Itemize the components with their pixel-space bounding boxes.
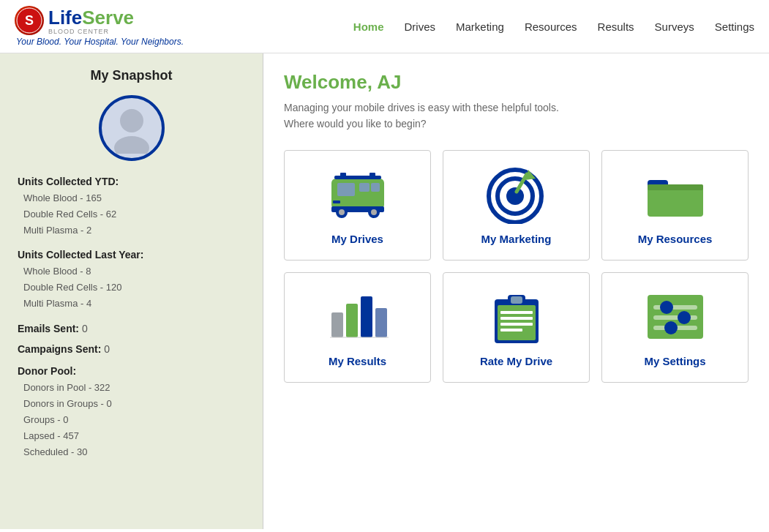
nav-drives[interactable]: Drives	[405, 20, 436, 33]
svg-rect-17	[333, 201, 340, 203]
donor-pool-in-pool: Donors in Pool - 322	[23, 380, 245, 396]
donor-pool-label: Donor Pool:	[18, 365, 245, 377]
svg-rect-25	[648, 184, 703, 190]
main-nav: Home Drives Marketing Resources Results …	[353, 20, 754, 33]
content-area: Welcome, AJ Managing your mobile drives …	[263, 53, 769, 529]
logo-blood-center: BLOOD CENTER	[48, 28, 134, 35]
avatar-container	[18, 95, 245, 161]
units-last-year-label: Units Collected Last Year:	[18, 249, 245, 261]
svg-rect-38	[500, 329, 522, 331]
emails-sent-label: Emails Sent:	[18, 323, 79, 334]
bar-chart-icon	[325, 288, 391, 346]
svg-rect-6	[337, 183, 355, 196]
units-ytd-whole-blood: Whole Blood - 165	[23, 190, 245, 206]
emails-sent-row: Emails Sent: 0	[18, 323, 245, 334]
svg-point-4	[114, 136, 149, 154]
svg-point-44	[678, 311, 691, 324]
svg-point-43	[660, 301, 673, 314]
donor-pool-groups: Groups - 0	[23, 412, 245, 428]
card-my-resources[interactable]: My Resources	[601, 150, 749, 261]
svg-point-20	[506, 187, 524, 205]
units-ytd-multi-plasma: Multi Plasma - 2	[23, 222, 245, 239]
card-my-settings-label: My Settings	[644, 355, 705, 367]
svg-rect-34	[511, 296, 522, 304]
card-my-marketing[interactable]: My Marketing	[443, 150, 590, 261]
avatar	[99, 95, 165, 161]
svg-rect-29	[375, 308, 387, 337]
card-rate-my-drive-label: Rate My Drive	[480, 355, 552, 367]
donor-pool-in-groups: Donors in Groups - 0	[23, 396, 245, 412]
card-my-results[interactable]: My Results	[284, 272, 431, 383]
svg-point-13	[371, 209, 377, 215]
nav-results[interactable]: Results	[598, 20, 634, 33]
nav-home[interactable]: Home	[353, 20, 384, 33]
campaigns-sent-row: Campaigns Sent: 0	[18, 343, 245, 355]
sliders-icon	[642, 288, 708, 346]
header: S LifeServe BLOOD CENTER Your Blood. You…	[0, 0, 769, 53]
main-layout: My Snapshot Units Collected YTD: Whole B…	[0, 53, 769, 529]
sidebar-title: My Snapshot	[18, 68, 245, 83]
svg-rect-26	[331, 312, 343, 337]
emails-sent-value: 0	[82, 323, 88, 334]
card-my-resources-label: My Resources	[638, 233, 713, 245]
card-my-settings[interactable]: My Settings	[601, 272, 749, 383]
donor-pool-lapsed: Lapsed - 457	[23, 428, 245, 444]
units-ytd-double-red: Double Red Cells - 62	[23, 206, 245, 222]
campaigns-sent-value: 0	[104, 343, 110, 355]
units-ly-multi-plasma: Multi Plasma - 4	[23, 296, 245, 312]
welcome-sub: Managing your mobile drives is easy with…	[284, 100, 749, 132]
svg-rect-28	[361, 296, 372, 337]
campaigns-sent-label: Campaigns Sent:	[18, 343, 101, 355]
logo-life: Life	[48, 7, 82, 29]
logo-serve: Serve	[82, 7, 134, 29]
target-icon	[484, 165, 549, 224]
card-rate-my-drive[interactable]: Rate My Drive	[443, 272, 590, 383]
logo-tagline: Your Blood. Your Hospital. Your Neighbor…	[16, 37, 184, 47]
nav-resources[interactable]: Resources	[525, 20, 577, 33]
svg-rect-7	[359, 183, 370, 192]
units-ytd-label: Units Collected YTD:	[18, 176, 245, 187]
svg-rect-35	[500, 311, 533, 314]
svg-rect-27	[346, 304, 358, 337]
card-my-results-label: My Results	[329, 355, 386, 367]
nav-surveys[interactable]: Surveys	[655, 20, 694, 33]
bus-icon	[325, 165, 391, 224]
logo-area: S LifeServe BLOOD CENTER Your Blood. You…	[15, 6, 184, 47]
svg-text:S: S	[25, 13, 34, 28]
sidebar: My Snapshot Units Collected YTD: Whole B…	[0, 53, 263, 529]
svg-rect-15	[340, 173, 346, 179]
nav-marketing[interactable]: Marketing	[456, 20, 504, 33]
card-my-marketing-label: My Marketing	[481, 233, 552, 245]
card-my-drives-label: My Drives	[331, 233, 383, 245]
welcome-title: Welcome, AJ	[284, 71, 749, 94]
svg-rect-37	[500, 323, 533, 326]
svg-rect-16	[370, 173, 375, 179]
units-ly-double-red: Double Red Cells - 120	[23, 280, 245, 296]
donor-pool-scheduled: Scheduled - 30	[23, 444, 245, 460]
svg-rect-36	[500, 317, 533, 320]
card-my-drives[interactable]: My Drives	[284, 150, 431, 261]
svg-point-3	[120, 109, 143, 132]
units-ly-whole-blood: Whole Blood - 8	[23, 263, 245, 280]
logo-icon: S	[15, 6, 44, 35]
cards-grid: My Drives My Marketing	[284, 150, 749, 383]
folder-icon	[642, 165, 708, 224]
nav-settings[interactable]: Settings	[715, 20, 754, 33]
svg-point-45	[664, 321, 678, 334]
clipboard-icon	[484, 288, 549, 346]
svg-point-11	[339, 209, 345, 215]
svg-rect-8	[371, 183, 380, 192]
